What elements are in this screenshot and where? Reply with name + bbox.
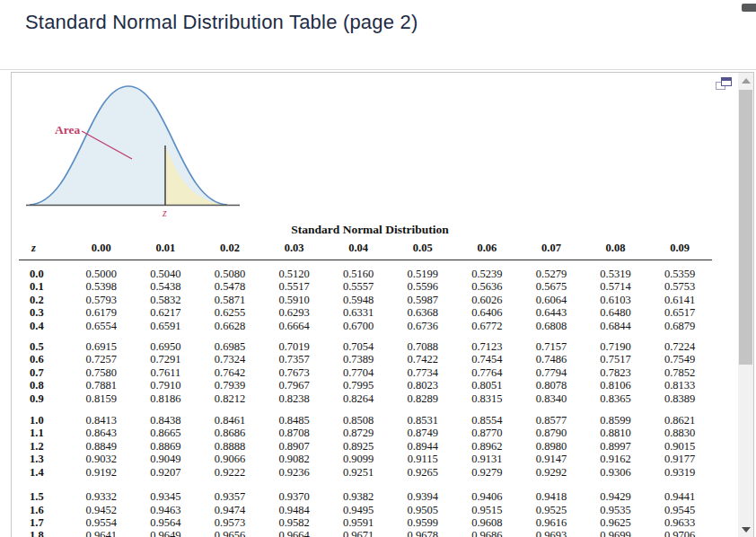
table-cell: 0.9418: [519, 479, 584, 503]
table-cell: 0.9332: [69, 479, 134, 503]
table-cell: 0.7823: [584, 366, 648, 379]
table-cell: 0.8888: [198, 440, 262, 453]
table-cell: 0.6772: [455, 320, 520, 332]
table-cell: 0.5871: [198, 294, 262, 306]
table-cell: 0.9066: [198, 453, 262, 465]
table-cell: 0.6026: [455, 294, 520, 306]
table-cell: 0.8531: [391, 405, 455, 427]
column-header: 0.01: [134, 240, 198, 260]
table-cell: 0.9515: [455, 504, 520, 516]
table-cell: 0.8790: [519, 427, 584, 439]
popout-icon[interactable]: [716, 77, 732, 91]
column-header: 0.09: [647, 240, 712, 260]
table-cell: 0.9382: [326, 479, 391, 503]
column-header: 0.02: [198, 240, 262, 260]
table-cell: 0.9357: [198, 479, 262, 503]
table-cell: 0.8944: [391, 440, 455, 453]
table-cell: 0.8238: [262, 392, 327, 405]
row-label-z: 1.2: [19, 440, 69, 453]
table-row: 0.00.50000.50400.50800.51200.51600.51990…: [19, 260, 712, 281]
table-cell: 0.5160: [326, 260, 391, 281]
table-row: 1.60.94520.94630.94740.94840.94950.95050…: [19, 504, 712, 516]
table-cell: 0.5000: [69, 260, 134, 281]
scrollbar-thumb[interactable]: [739, 90, 752, 365]
table-cell: 0.9545: [647, 504, 712, 516]
table-cell: 0.8925: [326, 440, 391, 453]
table-cell: 0.5636: [455, 280, 520, 293]
table-row: 1.30.90320.90490.90660.90820.90990.91150…: [19, 453, 712, 465]
table-cell: 0.9345: [134, 479, 198, 503]
table-cell: 0.8212: [198, 392, 262, 405]
popout-icon-front-window: [721, 77, 732, 86]
table-cell: 0.7910: [134, 379, 198, 392]
table-cell: 0.9099: [326, 453, 391, 465]
row-label-z: 0.3: [19, 306, 69, 319]
row-label-z: 1.1: [19, 427, 69, 439]
table-cell: 0.9441: [647, 479, 712, 503]
table-cell: 0.9131: [455, 453, 520, 465]
table-cell: 0.6103: [584, 294, 648, 306]
table-row: 0.40.65540.65910.66280.66640.67000.67360…: [19, 320, 712, 332]
table-cell: 0.6700: [326, 320, 391, 332]
row-label-z: 1.6: [19, 504, 69, 516]
row-group: 0.50.69150.69500.69850.70190.70540.70880…: [19, 332, 712, 405]
table-cell: 0.5398: [69, 280, 134, 293]
table-cell: 0.5557: [326, 280, 391, 293]
table-cell: 0.5438: [134, 280, 198, 293]
scroll-up-button[interactable]: [738, 73, 753, 88]
vertical-scrollbar[interactable]: [738, 73, 753, 537]
table-cell: 0.6736: [391, 320, 455, 332]
row-group: 0.00.50000.50400.50800.51200.51600.51990…: [19, 260, 712, 333]
normal-curve-figure: Area z: [19, 77, 245, 218]
table-row: 0.60.72570.72910.73240.73570.73890.74220…: [19, 353, 712, 365]
table-cell: 0.9049: [134, 453, 198, 465]
table-cell: 0.9177: [647, 453, 712, 465]
table-cell: 0.8159: [69, 392, 134, 405]
table-cell: 0.8810: [584, 427, 648, 439]
table-cell: 0.5714: [584, 280, 648, 293]
table-cell: 0.7734: [391, 366, 455, 379]
table-cell: 0.9236: [262, 466, 327, 479]
triangle-up-icon: [742, 78, 751, 84]
table-row: 0.80.78810.79100.79390.79670.79950.80230…: [19, 379, 712, 392]
table-cell: 0.9394: [391, 479, 455, 503]
table-row: 1.70.95540.95640.95730.95820.95910.95990…: [19, 516, 712, 529]
table-cell: 0.5987: [391, 294, 455, 306]
table-cell: 0.9251: [326, 466, 391, 479]
table-row: 0.90.81590.81860.82120.82380.82640.82890…: [19, 392, 712, 405]
triangle-down-icon: [742, 527, 751, 533]
table-cell: 0.8599: [584, 405, 648, 427]
table-cell: 0.6331: [326, 306, 391, 319]
column-header: 0.08: [584, 240, 648, 260]
z-table-header: z0.000.010.020.030.040.050.060.070.080.0…: [19, 240, 712, 260]
table-cell: 0.7486: [519, 353, 584, 365]
table-cell: 0.6950: [134, 332, 198, 353]
table-cell: 0.9015: [647, 440, 712, 453]
row-label-z: 1.5: [19, 479, 69, 503]
table-cell: 0.9641: [69, 529, 134, 537]
table-cell: 0.8365: [584, 392, 648, 405]
table-cell: 0.6443: [519, 306, 584, 319]
table-cell: 0.9452: [69, 504, 134, 516]
table-cell: 0.6064: [519, 294, 584, 306]
table-cell: 0.7881: [69, 379, 134, 392]
table-cell: 0.9633: [647, 516, 712, 529]
table-cell: 0.6591: [134, 320, 198, 332]
table-cell: 0.5910: [262, 294, 327, 306]
table-cell: 0.8078: [519, 379, 584, 392]
column-header-z: z: [19, 240, 69, 260]
table-cell: 0.7939: [198, 379, 262, 392]
scroll-down-button[interactable]: [738, 522, 753, 537]
table-cell: 0.8577: [519, 405, 584, 427]
table-cell: 0.8997: [584, 440, 648, 453]
table-cell: 0.7123: [455, 332, 520, 353]
table-cell: 0.5359: [647, 260, 712, 281]
table-cell: 0.5753: [647, 280, 712, 293]
column-header: 0.05: [391, 240, 455, 260]
table-cell: 0.8508: [326, 405, 391, 427]
table-cell: 0.8621: [647, 405, 712, 427]
table-row: 0.30.61790.62170.62550.62930.63310.63680…: [19, 306, 712, 319]
z-table-section: Standard Normal Distribution z0.000.010.…: [19, 219, 721, 537]
table-cell: 0.8849: [69, 440, 134, 453]
table-cell: 0.8051: [455, 379, 520, 392]
